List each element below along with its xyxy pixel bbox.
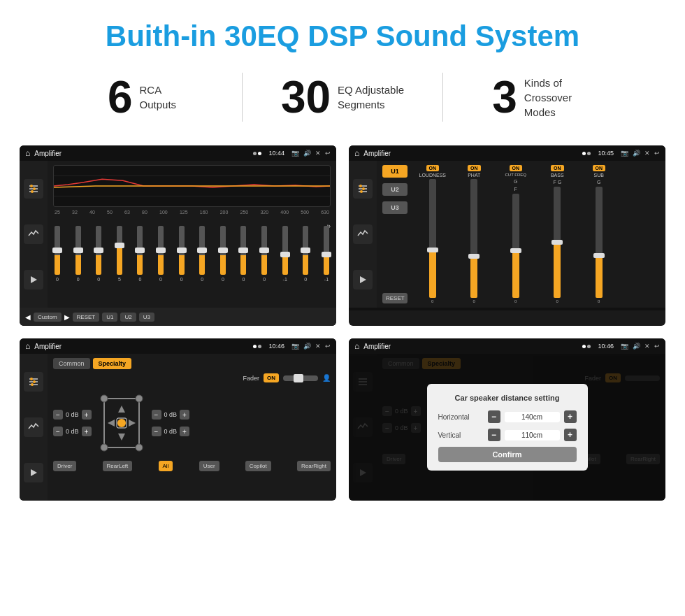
vol-rr-minus[interactable]: − xyxy=(152,427,161,436)
tab-common[interactable]: Common xyxy=(53,358,90,369)
eq-slider-13: 0 xyxy=(303,226,308,282)
close-icon[interactable]: ✕ xyxy=(315,150,321,157)
svg-point-13 xyxy=(359,185,362,187)
phat-slider[interactable] xyxy=(470,179,477,298)
cutfreq-on[interactable]: ON xyxy=(510,165,523,171)
stat-rca-number: 6 xyxy=(108,75,133,120)
eq-sidebar-btn1[interactable] xyxy=(24,179,43,199)
rearleft-btn[interactable]: RearLeft xyxy=(103,461,133,471)
vol-fr-minus[interactable]: − xyxy=(152,410,161,420)
sub-on[interactable]: ON xyxy=(593,165,606,171)
u3-btn[interactable]: U3 xyxy=(139,313,154,322)
cutfreq-slider[interactable] xyxy=(512,194,519,298)
home-icon-3[interactable]: ⌂ xyxy=(25,341,30,351)
fader-sidebar-btn1[interactable] xyxy=(24,372,43,392)
eq-app-title: Amplifier xyxy=(34,150,249,157)
volume-icon-4: 🔊 xyxy=(633,343,640,350)
vol-rl: − 0 dB + xyxy=(53,427,92,436)
home-icon-4[interactable]: ⌂ xyxy=(354,341,359,351)
vol-fl-minus[interactable]: − xyxy=(53,410,63,420)
cross-sidebar-btn1[interactable] xyxy=(353,179,373,199)
freq-40: 40 xyxy=(89,210,95,215)
back-icon-2[interactable]: ↩ xyxy=(654,150,660,157)
crossover-time: 10:45 xyxy=(598,150,614,157)
dialog-app-title: Amplifier xyxy=(363,343,578,350)
svg-point-27 xyxy=(101,444,108,451)
fader-tabs: Common Specialty xyxy=(53,358,331,369)
dialog-overlay: Car speaker distance setting Horizontal … xyxy=(349,354,665,501)
fader-body: − 0 dB + − 0 dB + xyxy=(53,388,331,458)
back-icon-4[interactable]: ↩ xyxy=(654,343,660,350)
copilot-btn[interactable]: Copilot xyxy=(245,461,271,471)
loudness-on[interactable]: ON xyxy=(426,165,440,171)
vol-fr-plus[interactable]: + xyxy=(180,410,189,420)
home-icon-2[interactable]: ⌂ xyxy=(354,148,359,158)
eq-slider-5: 0 xyxy=(137,226,143,282)
u2-btn[interactable]: U2 xyxy=(120,313,136,322)
reset-btn[interactable]: RESET xyxy=(73,313,100,322)
vertical-plus[interactable]: + xyxy=(564,429,577,441)
eq-sidebar-btn2[interactable] xyxy=(24,224,43,244)
fader-sidebar-btn2[interactable] xyxy=(24,417,43,437)
u1-btn[interactable]: U1 xyxy=(102,313,117,322)
next-btn[interactable]: ▶ xyxy=(64,313,70,321)
close-icon-4[interactable]: ✕ xyxy=(644,343,650,350)
vol-rr-plus[interactable]: + xyxy=(180,427,189,436)
preset-col: U1 U2 U3 RESET xyxy=(382,165,408,303)
sub-slider[interactable] xyxy=(596,187,603,298)
u1-preset[interactable]: U1 xyxy=(382,165,408,178)
dot-d1 xyxy=(582,345,586,348)
stat-eq-number: 30 xyxy=(281,75,331,120)
cross-sidebar-btn3[interactable] xyxy=(353,270,373,289)
phat-on[interactable]: ON xyxy=(468,165,481,171)
loudness-slider[interactable] xyxy=(429,179,436,298)
close-icon-2[interactable]: ✕ xyxy=(644,150,650,157)
bass-on[interactable]: ON xyxy=(551,165,564,171)
eq-sidebar-btn3[interactable] xyxy=(24,270,43,289)
custom-btn[interactable]: Custom xyxy=(34,313,62,322)
dialog-title: Car speaker distance setting xyxy=(438,394,577,402)
horizontal-plus[interactable]: + xyxy=(564,410,577,423)
prev-btn[interactable]: ◀ xyxy=(25,313,31,321)
bass-label: BASS xyxy=(551,173,564,178)
horizontal-minus[interactable]: − xyxy=(488,410,500,423)
crossover-status-dots xyxy=(582,152,591,155)
back-icon-3[interactable]: ↩ xyxy=(325,343,331,350)
vol-rl-plus[interactable]: + xyxy=(82,427,92,436)
user-icon[interactable]: 👤 xyxy=(322,374,331,382)
close-icon-3[interactable]: ✕ xyxy=(315,343,321,350)
svg-point-25 xyxy=(101,395,108,402)
fader-on-btn[interactable]: ON xyxy=(264,373,279,382)
reset-small-btn[interactable]: RESET xyxy=(382,293,408,303)
dialog-box: Car speaker distance setting Horizontal … xyxy=(427,384,588,471)
tab-specialty[interactable]: Specialty xyxy=(93,358,132,369)
cross-sidebar-btn2[interactable] xyxy=(353,224,373,244)
confirm-button[interactable]: Confirm xyxy=(438,447,577,462)
page-title: Buith-in 30EQ DSP Sound System xyxy=(0,0,685,66)
stat-crossover: 3 Kinds ofCrossover Modes xyxy=(443,75,643,120)
stats-row: 6 RCAOutputs 30 EQ AdjustableSegments 3 … xyxy=(0,66,685,138)
svg-marker-32 xyxy=(118,434,125,440)
u2-preset[interactable]: U2 xyxy=(382,183,408,196)
fader-toggle-row: Fader ON 👤 xyxy=(53,373,331,382)
vol-rr-val: 0 dB xyxy=(164,428,178,435)
channels-area: ON LOUDNESS 0 ON PHAT xyxy=(413,165,660,303)
fader-time: 10:46 xyxy=(268,343,284,350)
bass-val: 0 xyxy=(556,299,558,303)
user-btn[interactable]: User xyxy=(199,461,219,471)
vol-fl-plus[interactable]: + xyxy=(82,410,92,420)
rearright-btn[interactable]: RearRight xyxy=(297,461,331,471)
bass-slider[interactable] xyxy=(554,187,561,298)
driver-btn[interactable]: Driver xyxy=(53,461,76,471)
vol-rl-minus[interactable]: − xyxy=(53,427,63,436)
vertical-minus[interactable]: − xyxy=(488,429,500,441)
home-icon[interactable]: ⌂ xyxy=(25,148,30,158)
svg-point-15 xyxy=(360,190,363,193)
back-icon[interactable]: ↩ xyxy=(325,150,331,157)
u3-preset[interactable]: U3 xyxy=(382,201,408,214)
fader-sidebar-btn3[interactable] xyxy=(24,463,43,482)
all-btn[interactable]: All xyxy=(159,461,173,471)
dialog-screen: ⌂ Amplifier 10:46 📷 🔊 ✕ ↩ xyxy=(349,338,665,501)
dialog-status-dots xyxy=(582,345,591,348)
eq-slider-6: 0 xyxy=(158,226,164,282)
